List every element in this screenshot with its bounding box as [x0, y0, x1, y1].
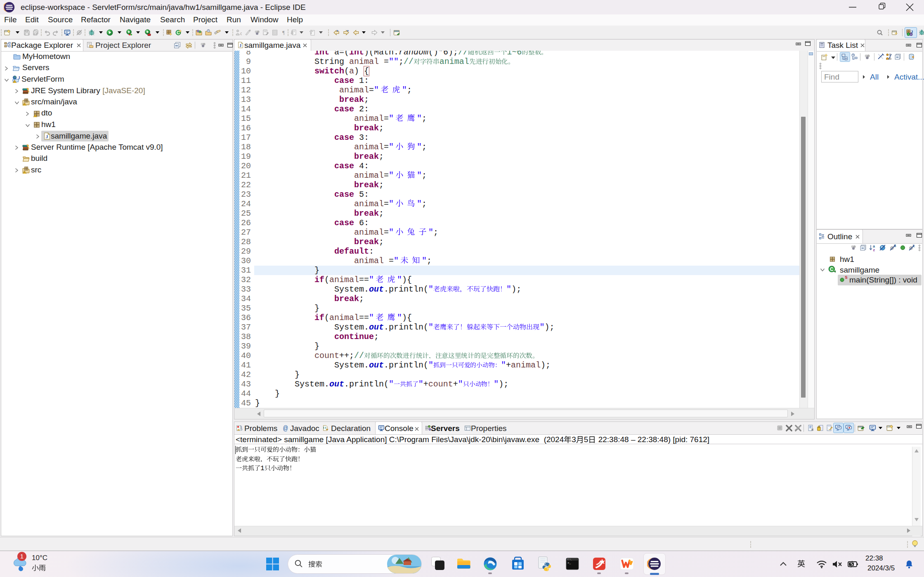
- svg-text:z: z: [873, 248, 875, 252]
- svg-text:¶: ¶: [282, 30, 285, 35]
- svg-text:>_: >_: [567, 561, 571, 565]
- svg-text:J: J: [18, 75, 20, 80]
- svg-text:C: C: [240, 32, 242, 36]
- svg-text:C: C: [830, 266, 834, 272]
- svg-text:C:\_: C:\_: [567, 558, 572, 561]
- svg-text:J: J: [239, 43, 241, 48]
- svg-text:J: J: [46, 134, 48, 139]
